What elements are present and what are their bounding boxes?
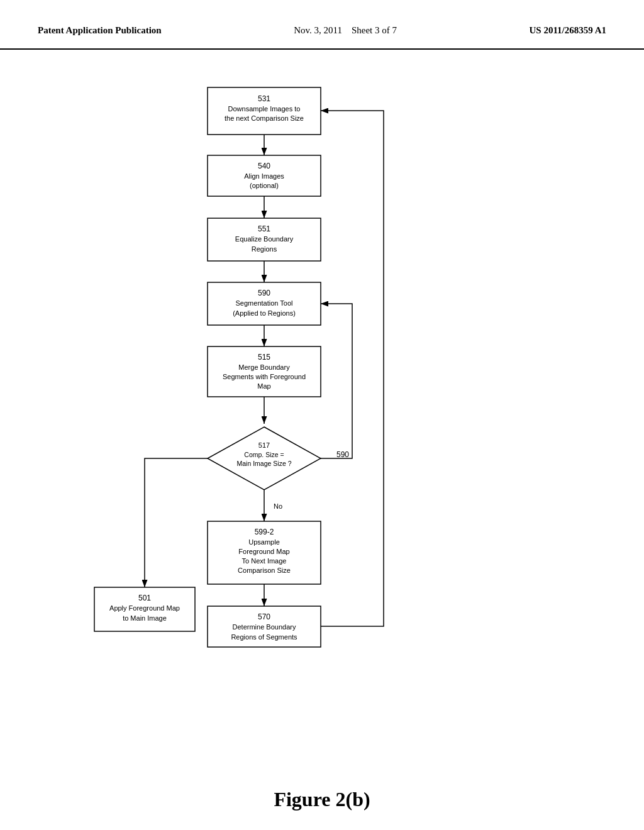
label-501-text1: Apply Foreground Map (109, 604, 180, 612)
flowchart-svg: 531 Downsample Images to the next Compar… (0, 50, 644, 779)
label-551: 551 (258, 224, 270, 233)
label-517-text1: Comp. Size = (244, 451, 284, 458)
diamond-to-590 (321, 304, 352, 458)
publication-title: Patent Application Publication (38, 25, 162, 36)
label-570-text1: Determine Boundary (233, 623, 296, 631)
date-sheet: Nov. 3, 2011 Sheet 3 of 7 (294, 25, 397, 36)
label-590: 590 (258, 289, 270, 297)
page-header: Patent Application Publication Nov. 3, 2… (0, 0, 644, 50)
label-515: 515 (258, 353, 270, 362)
label-501: 501 (138, 594, 151, 602)
label-540-text1: Align Images (244, 172, 284, 180)
figure-caption: Figure 2(b) (0, 788, 644, 811)
label-517: 517 (258, 441, 270, 449)
label-540: 540 (258, 162, 270, 170)
label-515-text1: Merge Boundary (238, 363, 290, 371)
label-599-text2: Foreground Map (238, 548, 289, 555)
label-599-text3: To Next Image (242, 557, 287, 565)
label-570: 570 (258, 612, 270, 621)
label-517-text2: Main Image Size ? (237, 460, 292, 467)
label-501-text2: to Main Image (123, 614, 167, 622)
label-531-text2: the next Comparison Size (225, 114, 304, 122)
label-599: 599-2 (255, 528, 274, 536)
yes-path (145, 458, 208, 587)
label-no: No (274, 502, 282, 510)
label-531-text1: Downsample Images to (228, 105, 301, 113)
label-599-text1: Upsample (248, 538, 280, 546)
label-515-text3: Map (257, 382, 270, 390)
label-590-text2: (Applied to Regions) (233, 309, 296, 317)
label-599-text4: Comparison Size (238, 567, 291, 574)
label-531: 531 (258, 94, 270, 103)
label-551-text2: Regions (252, 245, 277, 253)
label-590-text1: Segmentation Tool (236, 299, 293, 307)
label-551-text1: Equalize Boundary (235, 235, 294, 243)
label-570-text2: Regions of Segments (231, 633, 297, 641)
label-515-text2: Segments with Foreground (223, 373, 306, 380)
label-540-text2: (optional) (250, 182, 279, 189)
patent-number: US 2011/268359 A1 (529, 25, 606, 36)
diamond-517 (208, 427, 321, 490)
diagram-area: 531 Downsample Images to the next Compar… (0, 50, 644, 779)
label-590-side: 590 (336, 450, 349, 459)
